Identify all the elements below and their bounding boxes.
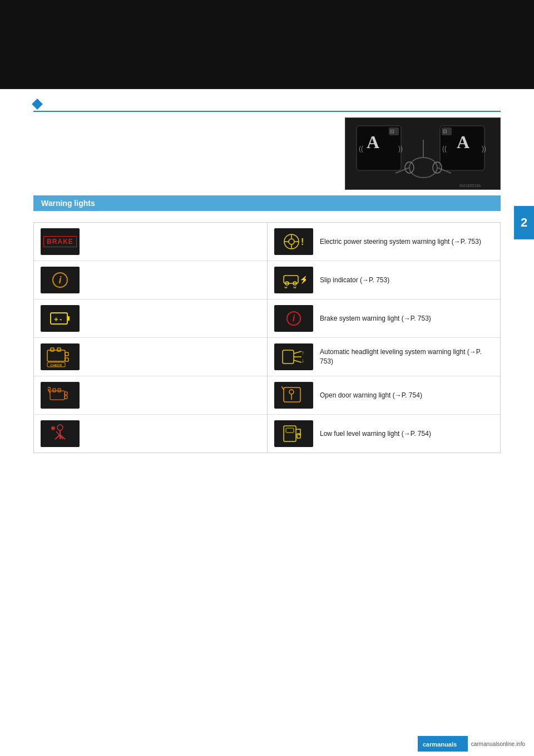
- svg-text:((: ((: [442, 145, 447, 153]
- svg-line-56: [294, 351, 301, 354]
- warning-row-eps: ! Electric power steering system warning…: [268, 223, 500, 261]
- warning-icons-right-column: ! Electric power steering system warning…: [267, 223, 500, 453]
- svg-rect-21: [67, 316, 70, 321]
- svg-point-45: [289, 239, 294, 244]
- door-warning-icon: [274, 382, 313, 409]
- svg-text:((: ((: [359, 145, 363, 153]
- top-content-area: A ⊡ (( )) A ⊡ ((: [33, 117, 501, 195]
- svg-rect-24: [47, 350, 65, 361]
- svg-text:-: -: [60, 315, 62, 323]
- svg-line-58: [294, 360, 301, 362]
- svg-text:⊡: ⊡: [390, 129, 394, 134]
- brake-warning-icon: BRAKE: [41, 228, 80, 255]
- svg-rect-33: [58, 389, 61, 392]
- door-description-text: Open door warning light (→P. 754): [320, 391, 422, 400]
- warning-row-fuel: Low fuel level warning light (→P. 754): [268, 415, 500, 453]
- svg-text:+: +: [54, 315, 58, 323]
- svg-rect-34: [65, 392, 67, 395]
- headlight-warning-icon: ↑ ↓: [274, 343, 313, 370]
- svg-text:↓: ↓: [301, 357, 304, 364]
- svg-point-37: [48, 387, 51, 390]
- section-header: [33, 95, 501, 112]
- check-engine-warning-icon: CHECK: [41, 343, 80, 370]
- warning-lights-title: Warning lights: [41, 199, 95, 208]
- battery-warning-icon: + -: [41, 305, 80, 332]
- watermark-logo: carmanuals: [418, 736, 468, 752]
- instrument-cluster-image: A ⊡ (( )) A ⊡ ((: [345, 117, 501, 190]
- svg-rect-28: [65, 358, 68, 361]
- svg-text:!: !: [301, 237, 304, 247]
- warning-row-check-engine: CHECK: [34, 338, 267, 376]
- headlight-description-text: Automatic headlight leveling system warn…: [320, 347, 493, 366]
- top-decorative-bar: [0, 0, 534, 89]
- warning-row-brake: BRAKE: [34, 223, 267, 261]
- person-warning-icon: ✱: [41, 420, 80, 447]
- svg-text:↑: ↑: [301, 350, 304, 356]
- svg-text:⊡: ⊡: [443, 129, 447, 134]
- svg-rect-26: [57, 348, 61, 351]
- warning-row-headlight: ↑ ↓ Automatic headlight leveling system …: [268, 338, 500, 376]
- svg-text:IN2185019b: IN2185019b: [459, 184, 481, 188]
- svg-text:A: A: [367, 132, 379, 152]
- svg-rect-66: [297, 434, 300, 438]
- warning-row-circle-i-1: i: [34, 261, 267, 300]
- warning-row-battery: + -: [34, 300, 267, 338]
- svg-text:✱: ✱: [51, 425, 56, 431]
- svg-text:)): )): [398, 145, 403, 153]
- warning-row-slip: ⚡ Slip indicator (→P. 753): [268, 261, 500, 300]
- svg-rect-31: [50, 391, 65, 400]
- brake-system-warning-icon: i: [274, 305, 313, 332]
- chapter-tab: 2: [514, 206, 534, 239]
- eps-warning-icon: !: [274, 228, 313, 255]
- svg-rect-25: [51, 348, 54, 351]
- svg-point-38: [57, 425, 63, 430]
- warning-lights-header: Warning lights: [33, 195, 501, 211]
- circle-i-warning-icon-1: i: [41, 267, 80, 293]
- svg-rect-32: [53, 389, 56, 392]
- svg-text:)): )): [482, 145, 486, 153]
- warning-row-person: ✱: [34, 415, 267, 453]
- fuel-warning-icon: [274, 420, 313, 447]
- svg-text:carmanuals: carmanuals: [423, 741, 457, 748]
- slip-description-text: Slip indicator (→P. 753): [320, 276, 389, 285]
- svg-text:⚡: ⚡: [299, 275, 306, 284]
- eps-description-text: Electric power steering system warning l…: [320, 237, 481, 247]
- warning-row-door: Open door warning light (→P. 754): [268, 376, 500, 415]
- svg-rect-35: [65, 396, 67, 399]
- warning-row-engine: [34, 376, 267, 415]
- watermark-text: carmanualsonline.info: [471, 741, 525, 747]
- svg-rect-27: [65, 352, 68, 356]
- engine-warning-icon: [41, 382, 80, 409]
- warning-lights-grid: BRAKE i + -: [33, 222, 501, 453]
- fuel-description-text: Low fuel level warning light (→P. 754): [320, 429, 431, 439]
- chapter-number: 2: [521, 215, 527, 230]
- warning-row-brake-sys: i Brake system warning light (→P. 753): [268, 300, 500, 338]
- slip-warning-icon: ⚡: [274, 267, 313, 293]
- svg-rect-55: [283, 350, 294, 364]
- brake-sys-description-text: Brake system warning light (→P. 753): [320, 314, 431, 323]
- warning-icons-left-column: BRAKE i + -: [34, 223, 267, 453]
- svg-text:A: A: [457, 132, 469, 152]
- diamond-bullet-icon: [32, 99, 43, 110]
- svg-rect-65: [286, 428, 294, 433]
- svg-text:CHECK: CHECK: [50, 364, 62, 367]
- svg-rect-20: [51, 313, 67, 324]
- svg-point-62: [289, 390, 294, 394]
- watermark: carmanuals carmanualsonline.info: [418, 736, 525, 752]
